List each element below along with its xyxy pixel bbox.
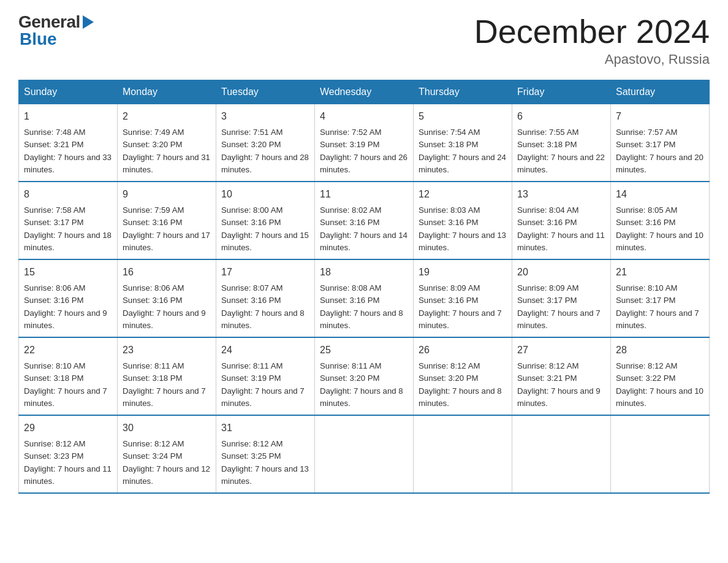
day-info: Sunrise: 8:12 AMSunset: 3:23 PMDaylight:… bbox=[24, 439, 112, 486]
table-row: 25 Sunrise: 8:11 AMSunset: 3:20 PMDaylig… bbox=[315, 337, 414, 415]
day-info: Sunrise: 7:49 AMSunset: 3:20 PMDaylight:… bbox=[123, 128, 210, 174]
day-info: Sunrise: 8:12 AMSunset: 3:20 PMDaylight:… bbox=[419, 361, 502, 408]
day-number: 28 bbox=[616, 343, 704, 358]
day-info: Sunrise: 8:12 AMSunset: 3:24 PMDaylight:… bbox=[123, 439, 210, 486]
day-number: 4 bbox=[320, 109, 408, 124]
table-row: 28 Sunrise: 8:12 AMSunset: 3:22 PMDaylig… bbox=[611, 337, 710, 415]
day-number: 31 bbox=[221, 421, 309, 435]
logo-blue-text: Blue bbox=[20, 29, 57, 48]
table-row: 27 Sunrise: 8:12 AMSunset: 3:21 PMDaylig… bbox=[512, 337, 611, 415]
calendar-table: Sunday Monday Tuesday Wednesday Thursday… bbox=[18, 80, 710, 494]
day-info: Sunrise: 8:11 AMSunset: 3:19 PMDaylight:… bbox=[221, 361, 305, 408]
day-number: 21 bbox=[616, 265, 704, 280]
table-row bbox=[512, 415, 611, 493]
day-number: 1 bbox=[24, 109, 112, 124]
day-number: 12 bbox=[419, 187, 507, 202]
table-row: 7 Sunrise: 7:57 AMSunset: 3:17 PMDayligh… bbox=[611, 104, 710, 182]
day-number: 18 bbox=[320, 265, 408, 280]
table-row: 13 Sunrise: 8:04 AMSunset: 3:16 PMDaylig… bbox=[512, 182, 611, 259]
day-info: Sunrise: 8:09 AMSunset: 3:16 PMDaylight:… bbox=[419, 283, 502, 330]
day-info: Sunrise: 8:07 AMSunset: 3:16 PMDaylight:… bbox=[221, 283, 305, 330]
header-sunday: Sunday bbox=[19, 80, 118, 104]
day-info: Sunrise: 8:05 AMSunset: 3:16 PMDaylight:… bbox=[616, 205, 703, 252]
table-row: 19 Sunrise: 8:09 AMSunset: 3:16 PMDaylig… bbox=[414, 259, 512, 337]
day-info: Sunrise: 8:10 AMSunset: 3:17 PMDaylight:… bbox=[616, 283, 699, 330]
table-row: 14 Sunrise: 8:05 AMSunset: 3:16 PMDaylig… bbox=[611, 182, 710, 259]
day-number: 22 bbox=[24, 343, 112, 358]
day-info: Sunrise: 8:12 AMSunset: 3:21 PMDaylight:… bbox=[517, 361, 601, 408]
day-info: Sunrise: 8:06 AMSunset: 3:16 PMDaylight:… bbox=[24, 283, 107, 330]
table-row: 1 Sunrise: 7:48 AMSunset: 3:21 PMDayligh… bbox=[19, 104, 118, 182]
table-row: 26 Sunrise: 8:12 AMSunset: 3:20 PMDaylig… bbox=[414, 337, 512, 415]
day-number: 30 bbox=[123, 421, 211, 435]
day-info: Sunrise: 8:12 AMSunset: 3:22 PMDaylight:… bbox=[616, 361, 703, 408]
table-row: 30 Sunrise: 8:12 AMSunset: 3:24 PMDaylig… bbox=[118, 415, 216, 493]
table-row: 12 Sunrise: 8:03 AMSunset: 3:16 PMDaylig… bbox=[414, 182, 512, 259]
table-row: 22 Sunrise: 8:10 AMSunset: 3:18 PMDaylig… bbox=[19, 337, 118, 415]
table-row: 5 Sunrise: 7:54 AMSunset: 3:18 PMDayligh… bbox=[414, 104, 512, 182]
day-info: Sunrise: 8:11 AMSunset: 3:18 PMDaylight:… bbox=[123, 361, 206, 408]
day-number: 25 bbox=[320, 343, 408, 358]
day-number: 9 bbox=[123, 187, 211, 202]
day-number: 20 bbox=[517, 265, 605, 280]
table-row: 29 Sunrise: 8:12 AMSunset: 3:23 PMDaylig… bbox=[19, 415, 118, 493]
logo: General Blue bbox=[18, 12, 94, 49]
day-info: Sunrise: 8:02 AMSunset: 3:16 PMDaylight:… bbox=[320, 205, 408, 252]
table-row: 9 Sunrise: 7:59 AMSunset: 3:16 PMDayligh… bbox=[118, 182, 216, 259]
day-number: 19 bbox=[419, 265, 507, 280]
table-row: 3 Sunrise: 7:51 AMSunset: 3:20 PMDayligh… bbox=[216, 104, 315, 182]
day-number: 8 bbox=[24, 187, 112, 202]
table-row: 6 Sunrise: 7:55 AMSunset: 3:18 PMDayligh… bbox=[512, 104, 611, 182]
table-row: 23 Sunrise: 8:11 AMSunset: 3:18 PMDaylig… bbox=[118, 337, 216, 415]
day-number: 7 bbox=[616, 109, 704, 124]
day-info: Sunrise: 8:00 AMSunset: 3:16 PMDaylight:… bbox=[221, 205, 309, 252]
day-number: 5 bbox=[419, 109, 507, 124]
day-info: Sunrise: 8:12 AMSunset: 3:25 PMDaylight:… bbox=[221, 439, 309, 486]
header-tuesday: Tuesday bbox=[216, 80, 315, 104]
day-info: Sunrise: 7:59 AMSunset: 3:16 PMDaylight:… bbox=[123, 205, 210, 252]
day-number: 2 bbox=[123, 109, 211, 124]
header-monday: Monday bbox=[118, 80, 216, 104]
table-row: 11 Sunrise: 8:02 AMSunset: 3:16 PMDaylig… bbox=[315, 182, 414, 259]
table-row: 21 Sunrise: 8:10 AMSunset: 3:17 PMDaylig… bbox=[611, 259, 710, 337]
day-info: Sunrise: 7:58 AMSunset: 3:17 PMDaylight:… bbox=[24, 205, 112, 252]
header-saturday: Saturday bbox=[611, 80, 710, 104]
day-number: 15 bbox=[24, 265, 112, 280]
svg-marker-0 bbox=[83, 15, 94, 29]
day-number: 29 bbox=[24, 421, 112, 435]
table-row: 31 Sunrise: 8:12 AMSunset: 3:25 PMDaylig… bbox=[216, 415, 315, 493]
day-number: 11 bbox=[320, 187, 408, 202]
day-info: Sunrise: 8:10 AMSunset: 3:18 PMDaylight:… bbox=[24, 361, 107, 408]
day-info: Sunrise: 7:57 AMSunset: 3:17 PMDaylight:… bbox=[616, 128, 703, 174]
day-info: Sunrise: 7:48 AMSunset: 3:21 PMDaylight:… bbox=[24, 128, 112, 174]
day-info: Sunrise: 8:04 AMSunset: 3:16 PMDaylight:… bbox=[517, 205, 605, 252]
header-thursday: Thursday bbox=[414, 80, 512, 104]
day-info: Sunrise: 8:09 AMSunset: 3:17 PMDaylight:… bbox=[517, 283, 601, 330]
table-row: 18 Sunrise: 8:08 AMSunset: 3:16 PMDaylig… bbox=[315, 259, 414, 337]
day-info: Sunrise: 8:06 AMSunset: 3:16 PMDaylight:… bbox=[123, 283, 206, 330]
logo-triangle-icon bbox=[83, 15, 94, 31]
table-row: 15 Sunrise: 8:06 AMSunset: 3:16 PMDaylig… bbox=[19, 259, 118, 337]
day-number: 16 bbox=[123, 265, 211, 280]
day-info: Sunrise: 8:11 AMSunset: 3:20 PMDaylight:… bbox=[320, 361, 403, 408]
table-row: 24 Sunrise: 8:11 AMSunset: 3:19 PMDaylig… bbox=[216, 337, 315, 415]
table-row: 10 Sunrise: 8:00 AMSunset: 3:16 PMDaylig… bbox=[216, 182, 315, 259]
table-row bbox=[315, 415, 414, 493]
header-wednesday: Wednesday bbox=[315, 80, 414, 104]
title-block: December 2024 Apastovo, Russia bbox=[474, 12, 710, 67]
table-row: 4 Sunrise: 7:52 AMSunset: 3:19 PMDayligh… bbox=[315, 104, 414, 182]
table-row: 8 Sunrise: 7:58 AMSunset: 3:17 PMDayligh… bbox=[19, 182, 118, 259]
table-row: 2 Sunrise: 7:49 AMSunset: 3:20 PMDayligh… bbox=[118, 104, 216, 182]
day-number: 3 bbox=[221, 109, 309, 124]
header-friday: Friday bbox=[512, 80, 611, 104]
day-number: 26 bbox=[419, 343, 507, 358]
day-number: 14 bbox=[616, 187, 704, 202]
day-number: 23 bbox=[123, 343, 211, 358]
table-row bbox=[611, 415, 710, 493]
day-info: Sunrise: 7:52 AMSunset: 3:19 PMDaylight:… bbox=[320, 128, 408, 174]
page-header: General Blue December 2024 Apastovo, Rus… bbox=[18, 12, 710, 67]
calendar-body: 1 Sunrise: 7:48 AMSunset: 3:21 PMDayligh… bbox=[19, 104, 710, 494]
table-row: 16 Sunrise: 8:06 AMSunset: 3:16 PMDaylig… bbox=[118, 259, 216, 337]
month-year-title: December 2024 bbox=[474, 12, 710, 50]
day-info: Sunrise: 8:08 AMSunset: 3:16 PMDaylight:… bbox=[320, 283, 403, 330]
